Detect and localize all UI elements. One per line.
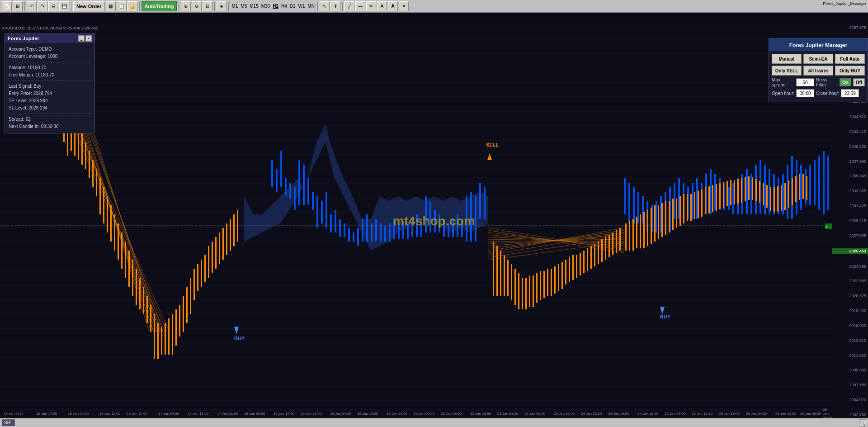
- svg-rect-280: [763, 183, 764, 205]
- timeframe-h1[interactable]: H1: [273, 4, 278, 9]
- draw-tool[interactable]: ✏: [366, 1, 376, 11]
- timeframe-mn[interactable]: MN: [308, 4, 315, 9]
- svg-rect-31: [280, 151, 282, 187]
- cursor-button[interactable]: ↖: [320, 1, 330, 11]
- svg-rect-266: [712, 185, 713, 212]
- svg-rect-269: [723, 182, 724, 208]
- alerts-button[interactable]: 🔔: [127, 1, 137, 11]
- svg-rect-33: [289, 183, 291, 199]
- svg-rect-163: [201, 260, 202, 287]
- svg-rect-199: [522, 278, 523, 309]
- timeframe-m15[interactable]: M15: [250, 4, 258, 9]
- trading-mode-row: Manual Semi-EA Full Auto: [772, 54, 865, 64]
- svg-rect-169: [222, 228, 224, 260]
- time-label: 15 Jan 17:00: [36, 412, 57, 416]
- svg-rect-220: [598, 242, 599, 264]
- info-panel-close[interactable]: ×: [85, 35, 92, 42]
- svg-rect-255: [672, 199, 674, 230]
- zoom-fit-button[interactable]: ⊡: [203, 1, 212, 11]
- svg-rect-74: [475, 196, 476, 242]
- chart-area[interactable]: XAUUSD,H1 1027.513 2028.369 2025.496 202…: [0, 24, 868, 418]
- zoom-in-button[interactable]: ⊕: [181, 1, 191, 11]
- svg-rect-42: [330, 214, 332, 232]
- time-label: 25 Jan 11:00: [692, 412, 712, 416]
- only-sell-button[interactable]: Only SELL: [772, 66, 802, 76]
- profiles-button[interactable]: ⊞: [13, 1, 23, 11]
- print-button[interactable]: 🖨: [48, 1, 58, 11]
- save-button[interactable]: 💾: [59, 1, 69, 11]
- svg-rect-205: [543, 271, 545, 298]
- max-spread-input[interactable]: [796, 78, 814, 86]
- indicator-button[interactable]: ◈: [217, 1, 226, 11]
- more-tools[interactable]: ▾: [399, 1, 409, 11]
- info-panel-minimize[interactable]: _: [78, 35, 85, 42]
- timeframe-h4[interactable]: H4: [281, 4, 287, 9]
- svg-rect-122: [827, 156, 829, 210]
- spread-row: Spread: 62: [9, 116, 91, 123]
- svg-rect-64: [429, 201, 431, 232]
- svg-rect-287: [788, 180, 789, 208]
- svg-rect-246: [640, 214, 641, 248]
- svg-rect-157: [179, 305, 180, 337]
- line-tool[interactable]: ╱: [344, 1, 354, 11]
- time-label: 26 Jan 04:00: [746, 412, 767, 416]
- svg-rect-259: [687, 194, 688, 221]
- news-filter-off-button[interactable]: Off: [853, 78, 865, 86]
- svg-rect-80: [637, 192, 639, 223]
- svg-rect-216: [583, 251, 585, 273]
- only-buy-button[interactable]: Only BUY: [835, 66, 865, 76]
- text-bold-tool[interactable]: A: [388, 1, 398, 11]
- timeframe-d1[interactable]: D1: [290, 4, 296, 9]
- svg-rect-203: [536, 273, 538, 303]
- text-tool[interactable]: A: [377, 1, 387, 11]
- svg-rect-46: [348, 228, 350, 242]
- info-panel-header[interactable]: Forex Jupiter _ ×: [5, 34, 94, 43]
- history-button[interactable]: 📋: [117, 1, 127, 11]
- svg-rect-265: [708, 186, 710, 214]
- open-hour-input[interactable]: [796, 89, 814, 97]
- trade-type-row: Only SELL All trades Only BUY: [772, 66, 865, 76]
- news-filter-on-button[interactable]: On: [840, 78, 851, 86]
- price-level: 2004.970: [832, 398, 868, 402]
- new-order-button[interactable]: New Order: [73, 1, 105, 11]
- svg-rect-208: [554, 266, 556, 294]
- svg-rect-60: [411, 219, 413, 237]
- semi-ea-button[interactable]: Semi-EA: [803, 54, 833, 64]
- separator-7: [317, 2, 318, 11]
- symbol-name: XAUUSD,H1: [2, 26, 25, 30]
- svg-rect-261: [694, 192, 695, 219]
- open-hour-label: Open hour:: [772, 91, 794, 96]
- price-level: 2037.990: [832, 159, 868, 164]
- chart-button[interactable]: ▦: [106, 1, 116, 11]
- svg-rect-224: [612, 232, 613, 255]
- svg-rect-137: [107, 196, 108, 232]
- svg-text:BUY: BUY: [234, 336, 245, 341]
- srl-badge: SRL: [2, 419, 15, 426]
- undo-button[interactable]: ↶: [27, 1, 37, 11]
- news-filter-label: News Filter:: [816, 77, 838, 87]
- time-label: 18 Jan 06:00: [244, 412, 265, 416]
- autotrading-button[interactable]: AutoTrading: [142, 1, 177, 11]
- max-spread-row: Max spread: News Filter: On Off: [772, 77, 865, 87]
- redo-button[interactable]: ↷: [38, 1, 47, 11]
- close-hour-input[interactable]: [841, 89, 859, 97]
- manual-button[interactable]: Manual: [772, 54, 802, 64]
- timeframe-m30[interactable]: M30: [261, 4, 270, 9]
- svg-rect-284: [777, 186, 778, 212]
- search-button[interactable]: 🔍: [859, 419, 866, 427]
- svg-rect-172: [233, 214, 235, 246]
- crosshair-button[interactable]: ✛: [330, 1, 340, 11]
- all-trades-button[interactable]: All trades: [803, 66, 833, 76]
- time-label: 17 Jan 13:00: [188, 412, 208, 416]
- price-level: 2018.230: [832, 308, 868, 313]
- symbol-bar: XAUUSD,H1 1027.513 2028.369 2025.496 202…: [0, 24, 100, 32]
- hline-tool[interactable]: —: [355, 1, 365, 11]
- timeframe-m1[interactable]: M1: [231, 4, 238, 9]
- svg-rect-267: [716, 184, 717, 211]
- new-chart-button[interactable]: 📈: [2, 1, 12, 11]
- timeframe-w1[interactable]: W1: [298, 4, 305, 9]
- timeframe-m5[interactable]: M5: [241, 4, 247, 9]
- full-auto-button[interactable]: Full Auto: [835, 54, 865, 64]
- zoom-out-button[interactable]: ⊖: [192, 1, 202, 11]
- svg-rect-198: [518, 273, 519, 309]
